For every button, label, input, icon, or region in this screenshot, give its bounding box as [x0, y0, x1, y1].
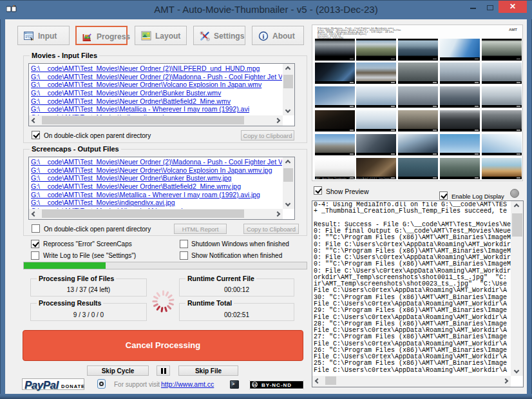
svg-text:i: i [263, 33, 265, 40]
